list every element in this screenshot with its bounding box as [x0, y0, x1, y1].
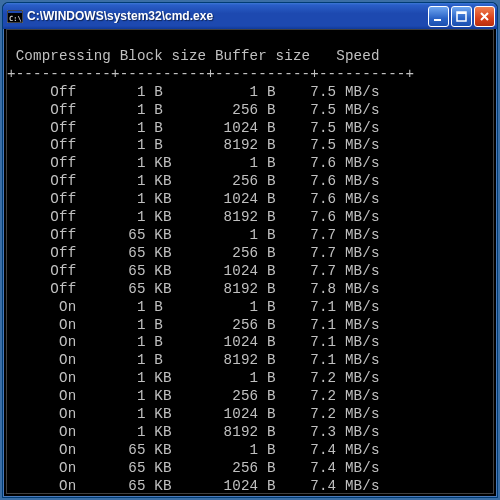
- close-button[interactable]: [474, 6, 495, 27]
- client-area: Compressing Block size Buffer size Speed…: [6, 29, 494, 494]
- svg-rect-3: [434, 19, 441, 21]
- cmd-icon: C:\: [7, 9, 23, 23]
- svg-text:C:\: C:\: [9, 15, 22, 23]
- cmd-window: C:\ C:\WINDOWS\system32\cmd.exe Compress…: [2, 2, 498, 498]
- titlebar[interactable]: C:\ C:\WINDOWS\system32\cmd.exe: [3, 3, 497, 29]
- maximize-button[interactable]: [451, 6, 472, 27]
- svg-rect-1: [8, 11, 22, 13]
- terminal-output: Compressing Block size Buffer size Speed…: [7, 30, 493, 494]
- svg-rect-5: [457, 12, 466, 14]
- minimize-button[interactable]: [428, 6, 449, 27]
- window-buttons: [428, 6, 495, 27]
- window-title: C:\WINDOWS\system32\cmd.exe: [27, 9, 428, 23]
